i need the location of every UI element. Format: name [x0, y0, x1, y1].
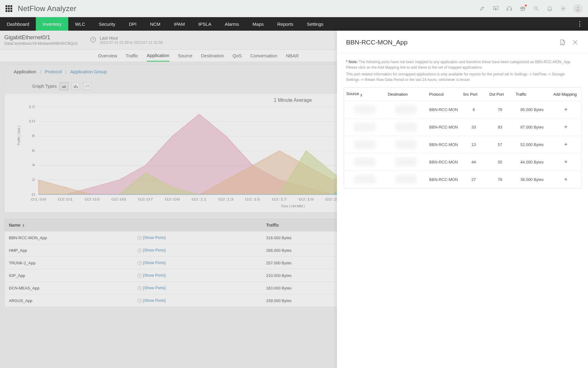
graph-type-bar-icon[interactable]: [71, 82, 80, 90]
source-cell: [354, 140, 375, 149]
svg-point-5: [534, 6, 537, 10]
nav-inventory[interactable]: Inventory: [36, 17, 68, 31]
ports-row: BBN-RCC-MON87995.000 Bytes+: [344, 101, 581, 118]
traffic-cell: 44.000 Bytes: [513, 155, 551, 169]
svg-text:02:05: 02:05: [111, 197, 127, 201]
dstport-cell: 57: [487, 138, 513, 151]
ports-table: Source▲▼DestinationProtocolSrc PortDst P…: [344, 87, 581, 189]
add-mapping-button[interactable]: +: [551, 102, 581, 117]
destination-cell: [395, 123, 417, 131]
ports-col-add-mapping[interactable]: Add Mapping: [551, 88, 581, 100]
add-mapping-button[interactable]: +: [551, 137, 581, 152]
show-ports-link[interactable]: ?[Show Ports]: [138, 273, 266, 278]
nav-settings[interactable]: Settings: [300, 17, 330, 31]
show-ports-link[interactable]: ?[Show Ports]: [138, 248, 266, 253]
headset-icon[interactable]: [506, 5, 513, 12]
brand-title: NetFlow Analyzer: [18, 4, 77, 13]
traffic-cell: 52.000 Bytes: [513, 138, 551, 151]
main-nav: DashboardInventoryWLCSecurityDPINCMIPAMI…: [0, 17, 588, 31]
show-ports-link[interactable]: ?[Show Ports]: [138, 260, 266, 265]
protocol-cell: BBN-RCC-MON: [427, 121, 461, 134]
search-icon[interactable]: [533, 5, 540, 12]
destination-cell: [395, 175, 417, 184]
tab-application[interactable]: Application: [147, 50, 169, 62]
nav-wlc[interactable]: WLC: [68, 17, 92, 31]
nav-security[interactable]: Security: [92, 17, 122, 31]
ports-col-traffic[interactable]: Traffic: [513, 88, 551, 100]
tab-destination[interactable]: Destination: [201, 50, 224, 61]
add-mapping-button[interactable]: +: [551, 120, 581, 135]
ports-row: BBN-RCC-MON339387.000 Bytes+: [344, 118, 581, 136]
clock-icon: [90, 36, 96, 44]
show-ports-link[interactable]: ?[Show Ports]: [138, 286, 266, 290]
nav-ipsla[interactable]: IPSLA: [191, 17, 218, 31]
source-cell: [354, 158, 375, 166]
tab-traffic[interactable]: Traffic: [126, 50, 138, 61]
app-launcher-icon[interactable]: [6, 5, 12, 12]
show-ports-link[interactable]: ?[Show Ports]: [138, 235, 266, 240]
show-ports-link[interactable]: ?[Show Ports]: [138, 298, 266, 303]
svg-text:XML: XML: [561, 43, 564, 45]
svg-text:02:15: 02:15: [245, 197, 260, 201]
srcport-cell: 8: [461, 103, 487, 116]
range-label: Last Hour: [100, 36, 163, 40]
nav-dashboard[interactable]: Dashboard: [0, 17, 36, 31]
svg-rect-9: [74, 86, 75, 88]
ports-row: BBN-RCC-MON445544.000 Bytes+: [344, 153, 581, 171]
tab-nbar[interactable]: NBAR: [286, 50, 299, 61]
svg-text:02:19: 02:19: [299, 197, 314, 201]
gift-icon[interactable]: [519, 5, 526, 12]
srcport-cell: 44: [461, 155, 487, 169]
ports-col-dst-port[interactable]: Dst Port: [487, 88, 513, 100]
tab-conversation[interactable]: Conversation: [250, 50, 277, 61]
add-mapping-button[interactable]: +: [551, 172, 581, 187]
graph-type-line-icon[interactable]: [83, 82, 92, 90]
svg-text:02:09: 02:09: [165, 197, 180, 201]
svg-text:01:59: 01:59: [31, 197, 47, 201]
presentation-icon[interactable]: [492, 5, 499, 12]
dstport-cell: 93: [487, 121, 513, 134]
tab-source[interactable]: Source: [178, 50, 193, 61]
nav-alarms[interactable]: Alarms: [218, 17, 246, 31]
app-name: IGP_App: [9, 273, 138, 278]
ports-col-protocol[interactable]: Protocol: [427, 88, 461, 100]
ports-col-src-port[interactable]: Src Port: [461, 88, 487, 100]
nav-dpi[interactable]: DPI: [122, 17, 143, 31]
pill-protocol[interactable]: Protocol: [45, 69, 62, 74]
nav-reports[interactable]: Reports: [270, 17, 300, 31]
graph-type-area-icon[interactable]: [60, 82, 68, 90]
svg-text:02:07: 02:07: [138, 197, 153, 201]
bell-icon[interactable]: [546, 5, 553, 12]
dstport-cell: 79: [487, 103, 513, 116]
svg-text:2: 2: [32, 178, 35, 182]
avatar-icon[interactable]: [573, 4, 582, 13]
app-name: TRUNK-2_App: [9, 261, 138, 265]
destination-cell: [395, 158, 417, 166]
col-name[interactable]: Name▲▼: [9, 223, 138, 228]
rocket-icon[interactable]: [479, 5, 486, 12]
protocol-cell: BBN-RCC-MON: [427, 138, 461, 151]
range-detail: 2023-07-21 01:59 to 2023-07-21 02:59: [100, 40, 163, 45]
side-panel: BBN-RCC-MON_App XML * Note: The followin…: [337, 31, 588, 368]
nav-maps[interactable]: Maps: [246, 17, 271, 31]
tab-overview[interactable]: Overview: [98, 50, 117, 61]
add-mapping-button[interactable]: +: [551, 155, 581, 170]
svg-point-7: [577, 7, 579, 9]
export-xml-icon[interactable]: XML: [559, 39, 566, 46]
tab-qos[interactable]: QoS: [232, 50, 242, 61]
nav-ipam[interactable]: IPAM: [167, 17, 192, 31]
panel-note2: This port related information for unmapp…: [337, 71, 588, 87]
ports-col-source[interactable]: Source▲▼: [344, 88, 385, 101]
ports-col-destination[interactable]: Destination: [385, 88, 427, 100]
pill-application[interactable]: Application: [14, 69, 36, 74]
ports-row: BBN-RCC-MON135752.000 Bytes+: [344, 136, 581, 153]
time-range[interactable]: Last Hour 2023-07-21 01:59 to 2023-07-21…: [90, 36, 163, 45]
gear-icon[interactable]: [560, 5, 567, 12]
nav-more-icon[interactable]: ⋮: [571, 17, 588, 31]
interface-title: GigabitEthernet0/1: [4, 34, 77, 41]
close-icon[interactable]: [571, 39, 579, 46]
nav-ncm[interactable]: NCM: [143, 17, 167, 31]
svg-text:02:11: 02:11: [192, 197, 207, 201]
pill-appgroup[interactable]: Application Group: [70, 69, 107, 74]
traffic-cell: 95.000 Bytes: [513, 103, 551, 116]
